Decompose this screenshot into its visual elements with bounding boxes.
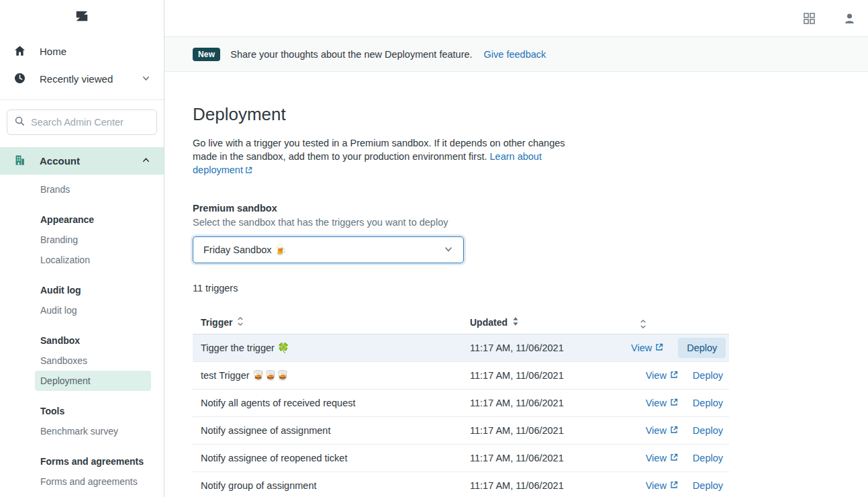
- building-icon: [13, 154, 26, 169]
- sidebar-section-appearance: Appearance: [40, 210, 151, 230]
- sort-icon[interactable]: [237, 316, 244, 328]
- give-feedback-link[interactable]: Give feedback: [484, 49, 546, 60]
- view-link[interactable]: View: [646, 398, 678, 408]
- column-header-updated[interactable]: Updated: [470, 316, 631, 328]
- column-header-trigger[interactable]: Trigger: [193, 316, 470, 328]
- trigger-count: 11 triggers: [193, 283, 840, 293]
- sidebar-item-benchmark-survey[interactable]: Benchmark survey: [35, 421, 151, 441]
- updated-timestamp: 11:17 AM, 11/06/2021: [470, 343, 631, 353]
- sidebar-item-account[interactable]: Account: [0, 147, 164, 175]
- page-title: Deployment: [193, 104, 840, 125]
- trigger-name: test Trigger 🥃🥃🥃: [193, 370, 470, 381]
- chevron-down-icon: [142, 73, 150, 85]
- home-icon: [13, 44, 26, 59]
- triggers-table: Trigger Updated T: [193, 311, 729, 497]
- table-row[interactable]: Notify assignee of assignment 11:17 AM, …: [193, 417, 729, 445]
- external-link-icon: [670, 370, 678, 381]
- search-box[interactable]: [7, 109, 157, 135]
- sidebar-item-brands[interactable]: Brands: [35, 179, 151, 199]
- table-row[interactable]: Notify group of assignment 11:17 AM, 11/…: [193, 472, 729, 497]
- new-badge: New: [193, 48, 220, 61]
- sort-active-icon[interactable]: [512, 316, 519, 328]
- table-row[interactable]: Tigger the trigger 🍀 11:17 AM, 11/06/202…: [193, 334, 729, 362]
- updated-timestamp: 11:17 AM, 11/06/2021: [470, 370, 631, 381]
- updated-timestamp: 11:17 AM, 11/06/2021: [470, 398, 631, 408]
- trigger-name: Notify all agents of received request: [193, 398, 470, 408]
- sidebar-item-recently-viewed[interactable]: Recently viewed: [0, 65, 164, 93]
- sidebar-item-label: Account: [40, 155, 80, 167]
- deployment-page: Deployment Go live with a trigger you te…: [164, 72, 868, 497]
- chevron-up-icon: [142, 155, 150, 167]
- page-description: Go live with a trigger you tested in a P…: [193, 136, 567, 177]
- view-link[interactable]: View: [631, 343, 663, 353]
- sidebar-divider: [0, 99, 164, 100]
- sidebar-item-sandboxes[interactable]: Sandboxes: [35, 351, 151, 371]
- view-link[interactable]: View: [646, 425, 678, 436]
- trigger-name: Notify assignee of assignment: [193, 425, 470, 436]
- view-link[interactable]: View: [646, 370, 678, 381]
- sidebar-section-forms-and-agreements: Forms and agreements: [40, 451, 151, 471]
- sidebar-section-sandbox: Sandbox: [40, 330, 151, 351]
- content-area: New Share your thoughts about the new De…: [164, 0, 868, 497]
- external-link-icon: [670, 480, 678, 491]
- sidebar-section-audit-log: Audit log: [40, 280, 151, 300]
- zendesk-logo-icon: [75, 9, 89, 26]
- trigger-name: Notify assignee of reopened ticket: [193, 453, 470, 463]
- deploy-link[interactable]: Deploy: [693, 398, 723, 408]
- updated-timestamp: 11:17 AM, 11/06/2021: [470, 480, 631, 491]
- deploy-link[interactable]: Deploy: [693, 453, 723, 463]
- feedback-banner: New Share your thoughts about the new De…: [164, 37, 868, 72]
- sandbox-select[interactable]: Friday Sandbox 🍺: [193, 236, 464, 263]
- banner-message: Share your thoughts about the new Deploy…: [230, 49, 472, 60]
- search-input[interactable]: [31, 117, 156, 128]
- sidebar-item-label: Recently viewed: [40, 73, 113, 85]
- table-header-row: Trigger Updated: [193, 311, 729, 334]
- deploy-link[interactable]: Deploy: [693, 370, 723, 381]
- trigger-name: Tigger the trigger 🍀: [193, 343, 470, 354]
- products-grid-icon[interactable]: [804, 13, 815, 24]
- updated-timestamp: 11:17 AM, 11/06/2021: [470, 453, 631, 463]
- external-link-icon: [655, 343, 663, 353]
- external-link-icon: [670, 425, 678, 436]
- sidebar-item-audit-log[interactable]: Audit log: [35, 300, 151, 320]
- external-link-icon: [245, 165, 252, 176]
- sidebar: Home Recently viewed: [0, 0, 164, 497]
- sort-icon[interactable]: [640, 319, 646, 331]
- chevron-down-icon: [444, 244, 453, 256]
- sidebar-item-label: Home: [40, 46, 66, 57]
- updated-timestamp: 11:17 AM, 11/06/2021: [470, 425, 631, 436]
- view-link[interactable]: View: [646, 480, 678, 491]
- column-header-actions[interactable]: [631, 319, 729, 334]
- sidebar-item-branding[interactable]: Branding: [35, 230, 151, 250]
- sidebar-item-forms-and-agreements[interactable]: Forms and agreements: [35, 471, 151, 492]
- sidebar-item-deployment[interactable]: Deployment: [35, 371, 151, 391]
- table-row[interactable]: test Trigger 🥃🥃🥃 11:17 AM, 11/06/2021 Vi…: [193, 362, 729, 390]
- external-link-icon: [670, 398, 678, 408]
- search-icon: [15, 116, 25, 128]
- sidebar-item-home[interactable]: Home: [0, 38, 164, 65]
- trigger-name: Notify group of assignment: [193, 480, 470, 491]
- external-link-icon: [670, 453, 678, 463]
- table-row[interactable]: Notify all agents of received request 11…: [193, 390, 729, 417]
- sidebar-nav: Brands Appearance Branding Localization …: [0, 175, 164, 492]
- deploy-button[interactable]: Deploy: [678, 338, 726, 358]
- table-row[interactable]: Notify assignee of reopened ticket 11:17…: [193, 445, 729, 472]
- sidebar-section-tools: Tools: [40, 401, 151, 421]
- topbar: [164, 0, 868, 37]
- deploy-link[interactable]: Deploy: [693, 425, 723, 436]
- view-link[interactable]: View: [646, 453, 678, 463]
- deploy-link[interactable]: Deploy: [693, 480, 723, 491]
- clock-icon: [13, 72, 26, 87]
- sidebar-item-localization[interactable]: Localization: [35, 250, 151, 270]
- sandbox-field-help: Select the sandbox that has the triggers…: [193, 217, 840, 228]
- sandbox-select-value: Friday Sandbox 🍺: [203, 244, 287, 256]
- sandbox-field-label: Premium sandbox: [193, 203, 840, 214]
- user-avatar-icon[interactable]: [843, 12, 856, 25]
